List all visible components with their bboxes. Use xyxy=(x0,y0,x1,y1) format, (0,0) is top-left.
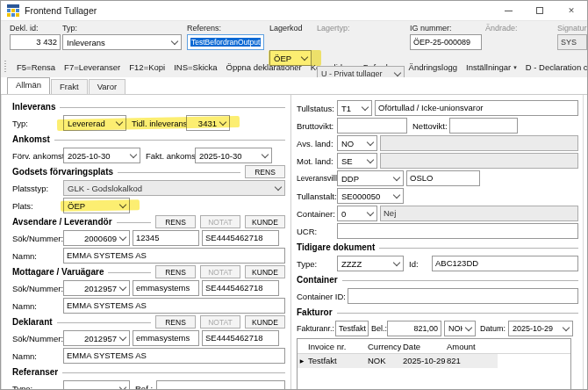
tab-frakt[interactable]: Frakt xyxy=(51,79,88,94)
maximize-button[interactable] xyxy=(524,1,556,20)
tullanstalt-combobox[interactable]: SE000050 xyxy=(337,188,404,204)
avs-land-combobox[interactable]: NO xyxy=(337,135,377,151)
invoice-table: Invoice nr. Currency Date Amount ▶ Testf… xyxy=(297,338,571,390)
typ-combobox[interactable]: Inleverans xyxy=(62,34,182,50)
chevron-down-icon xyxy=(119,283,126,290)
tab-varor[interactable]: Varor xyxy=(89,79,126,94)
menu-item-f5-rensa[interactable]: F5=Rensa xyxy=(17,62,55,72)
kunde-button[interactable]: KUNDE xyxy=(245,215,285,228)
mottagare-sok-field[interactable]: emmasystems xyxy=(133,280,199,296)
container-id-field[interactable] xyxy=(348,288,578,304)
leveransvillkor-combobox[interactable]: DDP xyxy=(337,170,404,186)
avsendare-org-field[interactable]: SE4445462718 xyxy=(202,230,279,246)
deklarant-sok-field[interactable]: emmasystems xyxy=(133,330,199,346)
group-deklarant: Deklarant RENS NOTAT KUNDE xyxy=(12,315,285,329)
mot-land-text-field xyxy=(380,153,578,169)
tidl-inleverans-combobox[interactable]: 3431 xyxy=(186,115,230,131)
belopp-field[interactable]: 821,00 xyxy=(387,321,441,336)
kunde-button[interactable]: KUNDE xyxy=(245,315,285,329)
mot-land-combobox[interactable]: SE xyxy=(337,153,377,169)
rens-button[interactable]: RENS xyxy=(155,265,196,278)
avsendare-sok-field[interactable]: 12345 xyxy=(133,230,199,246)
tullstatus-combobox[interactable]: T1 xyxy=(337,100,372,116)
deklarant-namn-field[interactable]: EMMA SYSTEMS AS xyxy=(63,348,285,364)
column-header-currency[interactable]: Currency xyxy=(366,342,401,351)
platsstyp-label: Platsstyp: xyxy=(12,184,63,193)
tab-allman[interactable]: Allmän xyxy=(7,77,50,94)
row-marker-icon: ▶ xyxy=(298,354,306,368)
ucr-label: UCR: xyxy=(297,227,337,236)
group-ankomst: Ankomst xyxy=(12,133,285,146)
rens-button[interactable]: RENS xyxy=(245,165,285,178)
status-menu-declaration-created[interactable]: D - Declaration created ▾ xyxy=(526,62,587,72)
typ-label: Typ: xyxy=(12,119,63,128)
avsendare-namn-field[interactable]: EMMA SYSTEMS AS xyxy=(63,248,285,264)
table-row[interactable]: ▶ Testfakt NOK 2025-10-29 821 xyxy=(298,354,570,368)
valuta-combobox[interactable]: NOK xyxy=(444,321,476,336)
leveransvillkor-plats-field[interactable]: OSLO xyxy=(406,170,480,186)
forv-ankomst-combobox[interactable]: 2025-10-30 xyxy=(63,148,140,163)
lagerkod-combobox[interactable]: ÖEP xyxy=(269,50,312,66)
column-header-amount[interactable]: Amount xyxy=(445,342,485,351)
sok-nummer-label: Sök/Nummer: xyxy=(12,284,63,293)
tidigare-id-label: Id: xyxy=(409,259,432,269)
fakt-ankomst-combobox[interactable]: 2025-10-30 xyxy=(195,148,272,163)
menu-item-f7-leveranser[interactable]: F7=Leveranser xyxy=(64,62,120,72)
close-button[interactable]: ✕ xyxy=(556,1,587,20)
rens-button[interactable]: RENS xyxy=(155,315,196,329)
tullstatus-text-field[interactable]: Oförtullad / Icke-unionsvaror xyxy=(375,100,578,116)
selected-text: TestBefordranOutput xyxy=(190,38,261,47)
bruttovikt-field[interactable] xyxy=(337,118,407,134)
ref-field[interactable] xyxy=(156,380,285,390)
namn-label: Namn: xyxy=(12,301,63,311)
chevron-down-icon xyxy=(367,138,374,145)
avsendare-nummer-combobox[interactable]: 2000609 xyxy=(63,230,130,246)
deklarant-nummer-combobox[interactable]: 2012957 xyxy=(63,330,130,346)
chevron-down-icon xyxy=(301,53,308,60)
tidigare-type-combobox[interactable]: ZZZZ xyxy=(337,256,404,271)
mottagare-namn-field[interactable]: EMMA SYSTEMS AS xyxy=(63,298,285,314)
typ-label: Typ: xyxy=(62,24,77,32)
rens-button[interactable]: RENS xyxy=(155,215,196,228)
fakturanr-field[interactable]: Testfakt xyxy=(335,321,369,336)
main-area: Allmän Frakt Varor Inleverans Typ: Lever… xyxy=(1,77,587,389)
inleverans-typ-combobox[interactable]: Levererad xyxy=(63,115,126,131)
mottagare-org-field[interactable]: SE4445462718 xyxy=(202,280,279,296)
notat-button: NOTAT xyxy=(200,215,240,228)
container-text-field: Nej xyxy=(380,206,578,221)
lagerkod-label: Lagerkod xyxy=(269,24,303,32)
menu-item-andringslogg[interactable]: Ändringslogg xyxy=(409,62,457,72)
menu-item-installningar[interactable]: Inställningar ▾ xyxy=(466,62,517,72)
minimize-icon xyxy=(505,11,513,11)
datum-combobox[interactable]: 2025-10-29 xyxy=(508,321,573,336)
tullstatus-label: Tullstatus: xyxy=(297,104,337,113)
menu-item-f12-kopi[interactable]: F12=Kopi xyxy=(129,62,165,72)
panel-right-edge xyxy=(583,95,584,389)
mottagare-nummer-combobox[interactable]: 2012957 xyxy=(63,280,130,296)
ig-nummer-field[interactable]: ÖEP-25-000089 xyxy=(410,34,482,50)
column-header-date[interactable]: Date xyxy=(401,342,445,351)
chevron-down-icon xyxy=(367,208,374,215)
menu-item-ins-skicka[interactable]: INS=Skicka xyxy=(174,62,217,72)
plats-combobox[interactable]: ÖEP xyxy=(63,198,130,213)
tidigare-id-field[interactable]: ABC123DD xyxy=(432,256,578,271)
avs-land-text-field xyxy=(380,135,578,151)
dekl-id-field[interactable]: 3 432 xyxy=(10,34,61,50)
column-header-invoice-nr[interactable]: Invoice nr. xyxy=(306,342,366,351)
ucr-field[interactable] xyxy=(337,223,578,239)
chevron-down-icon xyxy=(262,150,269,157)
referens-field[interactable]: TestBefordranOutput xyxy=(187,34,264,50)
chevron-down-icon xyxy=(275,183,282,190)
deklarant-org-field[interactable]: SE4445462718 xyxy=(202,330,279,346)
minimize-button[interactable] xyxy=(492,1,524,20)
kunde-button[interactable]: KUNDE xyxy=(245,265,285,278)
sok-nummer-label: Sök/Nummer: xyxy=(12,334,63,343)
chevron-down-icon xyxy=(130,150,137,157)
datum-label: Datum: xyxy=(480,324,508,333)
container-combobox[interactable]: 0 xyxy=(337,206,377,221)
ref-label: Ref.: xyxy=(135,384,156,390)
invoice-table-header: Invoice nr. Currency Date Amount xyxy=(298,339,570,354)
referans-type-combobox[interactable] xyxy=(63,380,130,390)
group-container: Container xyxy=(297,273,578,286)
nettovikt-field[interactable] xyxy=(449,118,518,134)
